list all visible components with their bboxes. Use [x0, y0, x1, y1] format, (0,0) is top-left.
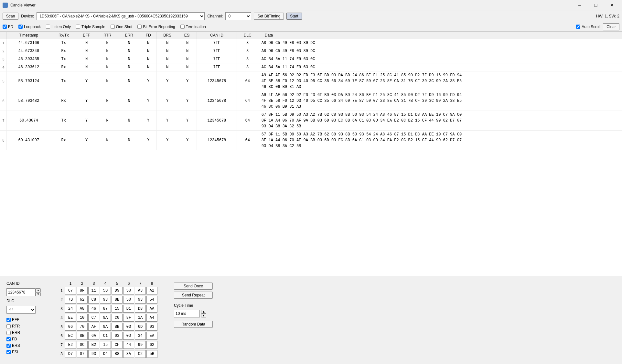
can-id-input[interactable]: [6, 288, 36, 296]
data-cell-r5-c3[interactable]: [88, 323, 99, 331]
data-cell-r6-c2[interactable]: [77, 332, 88, 340]
eff-checkbox[interactable]: [6, 318, 11, 322]
data-cell-r2-c6[interactable]: [123, 296, 134, 304]
esi-send-checkbox[interactable]: [6, 350, 11, 354]
fd-checkbox[interactable]: [3, 25, 7, 29]
data-cell-r7-c6[interactable]: [123, 341, 134, 349]
data-cell-r1-c2[interactable]: [77, 287, 88, 294]
loopback-checkbox-label[interactable]: Loopback: [18, 25, 41, 29]
data-cell-r8-c5[interactable]: [112, 350, 123, 358]
data-cell-r6-c4[interactable]: [100, 332, 111, 340]
data-cell-r6-c3[interactable]: [88, 332, 99, 340]
fd-checkbox-label[interactable]: FD: [3, 25, 13, 29]
cycle-time-input[interactable]: [174, 310, 200, 317]
data-cell-r6-c8[interactable]: [146, 332, 157, 340]
data-cell-r7-c7[interactable]: [135, 341, 146, 349]
one-shot-checkbox[interactable]: [111, 25, 115, 29]
device-select[interactable]: 1D50:606F - CANable2-MKS - CANable2-MKS …: [37, 12, 205, 20]
data-cell-r8-c7[interactable]: [135, 350, 146, 358]
termination-checkbox-label[interactable]: Termination: [180, 25, 206, 29]
data-cell-r8-c6[interactable]: [123, 350, 134, 358]
data-cell-r2-c2[interactable]: [77, 296, 88, 304]
data-cell-r3-c5[interactable]: [112, 305, 123, 313]
data-cell-r7-c1[interactable]: [65, 341, 76, 349]
data-cell-r4-c5[interactable]: [112, 314, 123, 322]
auto-scroll-checkbox[interactable]: [576, 25, 580, 29]
data-cell-r7-c2[interactable]: [77, 341, 88, 349]
err-checkbox-label[interactable]: ERR: [6, 330, 45, 335]
data-cell-r4-c4[interactable]: [100, 314, 111, 322]
brs-send-checkbox[interactable]: [6, 344, 11, 348]
data-cell-r3-c4[interactable]: [100, 305, 111, 313]
data-cell-r3-c6[interactable]: [123, 305, 134, 313]
triple-sample-checkbox[interactable]: [76, 25, 80, 29]
data-cell-r1-c3[interactable]: [88, 287, 99, 294]
send-repeat-button[interactable]: Send Repeat: [174, 292, 213, 299]
random-data-button[interactable]: Random Data: [174, 321, 213, 328]
data-cell-r8-c1[interactable]: [65, 350, 76, 358]
data-cell-r5-c8[interactable]: [146, 323, 157, 331]
data-cell-r3-c7[interactable]: [135, 305, 146, 313]
data-cell-r5-c1[interactable]: [65, 323, 76, 331]
set-bittiming-button[interactable]: Set BitTiming: [254, 13, 284, 20]
data-cell-r8-c8[interactable]: [146, 350, 157, 358]
esi-send-checkbox-label[interactable]: ESI: [6, 350, 45, 354]
send-once-button[interactable]: Send Once: [174, 283, 213, 290]
data-cell-r4-c1[interactable]: [65, 314, 76, 322]
clear-button[interactable]: Clear: [603, 23, 619, 30]
bit-error-checkbox-label[interactable]: Bit Error Reporting: [137, 25, 175, 29]
one-shot-checkbox-label[interactable]: One Shot: [111, 25, 133, 29]
listen-only-checkbox-label[interactable]: Listen Only: [46, 25, 71, 29]
termination-checkbox[interactable]: [180, 25, 185, 29]
data-cell-r3-c2[interactable]: [77, 305, 88, 313]
data-cell-r8-c4[interactable]: [100, 350, 111, 358]
data-cell-r6-c7[interactable]: [135, 332, 146, 340]
data-cell-r5-c6[interactable]: [123, 323, 134, 331]
cycle-time-down-button[interactable]: ▼: [201, 314, 206, 317]
brs-send-checkbox-label[interactable]: BRS: [6, 343, 45, 348]
bit-error-checkbox[interactable]: [137, 25, 142, 29]
data-cell-r1-c1[interactable]: [65, 287, 76, 294]
dlc-select[interactable]: 64 8 12 16 20 24 32 48: [6, 306, 36, 314]
data-cell-r4-c7[interactable]: [135, 314, 146, 322]
eff-checkbox-label[interactable]: EFF: [6, 317, 45, 322]
data-cell-r1-c8[interactable]: [146, 287, 157, 294]
data-cell-r2-c7[interactable]: [135, 296, 146, 304]
data-cell-r8-c3[interactable]: [88, 350, 99, 358]
channel-select[interactable]: 0: [225, 12, 251, 20]
data-cell-r1-c6[interactable]: [123, 287, 134, 294]
data-cell-r2-c3[interactable]: [88, 296, 99, 304]
data-cell-r1-c4[interactable]: [100, 287, 111, 294]
data-cell-r1-c7[interactable]: [135, 287, 146, 294]
data-cell-r2-c8[interactable]: [146, 296, 157, 304]
data-cell-r4-c6[interactable]: [123, 314, 134, 322]
data-cell-r3-c8[interactable]: [146, 305, 157, 313]
minimize-button[interactable]: –: [572, 1, 587, 9]
data-cell-r4-c2[interactable]: [77, 314, 88, 322]
data-cell-r7-c3[interactable]: [88, 341, 99, 349]
can-id-down-button[interactable]: ▼: [36, 292, 41, 296]
data-cell-r3-c1[interactable]: [65, 305, 76, 313]
fd-send-checkbox-label[interactable]: FD: [6, 337, 45, 341]
data-cell-r4-c3[interactable]: [88, 314, 99, 322]
message-table-container[interactable]: Timestamp Rx/Tx EFF RTR ERR FD BRS ESI C…: [0, 32, 622, 276]
data-cell-r6-c5[interactable]: [112, 332, 123, 340]
data-cell-r6-c1[interactable]: [65, 332, 76, 340]
maximize-button[interactable]: □: [588, 1, 603, 9]
data-cell-r3-c3[interactable]: [88, 305, 99, 313]
data-cell-r4-c8[interactable]: [146, 314, 157, 322]
rtr-checkbox[interactable]: [6, 324, 11, 328]
start-button[interactable]: Start: [286, 13, 302, 20]
loopback-checkbox[interactable]: [18, 25, 23, 29]
can-id-up-button[interactable]: ▲: [36, 288, 41, 292]
fd-send-checkbox[interactable]: [6, 337, 11, 341]
data-cell-r8-c2[interactable]: [77, 350, 88, 358]
data-cell-r7-c8[interactable]: [146, 341, 157, 349]
data-cell-r2-c4[interactable]: [100, 296, 111, 304]
auto-scroll-checkbox-label[interactable]: Auto Scroll: [576, 25, 600, 29]
data-cell-r7-c4[interactable]: [100, 341, 111, 349]
err-checkbox[interactable]: [6, 331, 11, 335]
rtr-checkbox-label[interactable]: RTR: [6, 324, 45, 328]
scan-button[interactable]: Scan: [3, 13, 18, 20]
listen-only-checkbox[interactable]: [46, 25, 50, 29]
